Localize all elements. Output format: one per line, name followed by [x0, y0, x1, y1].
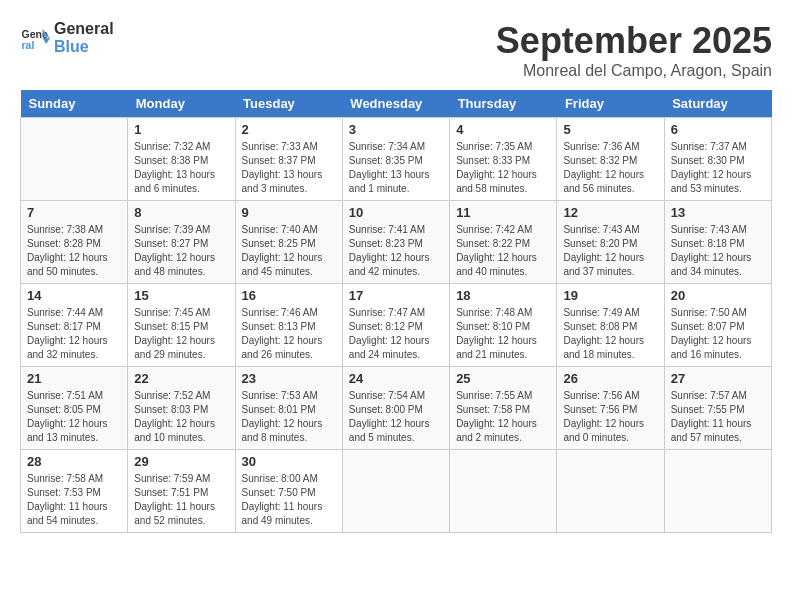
day-cell: 10Sunrise: 7:41 AMSunset: 8:23 PMDayligh… [342, 201, 449, 284]
day-cell: 8Sunrise: 7:39 AMSunset: 8:27 PMDaylight… [128, 201, 235, 284]
day-cell: 20Sunrise: 7:50 AMSunset: 8:07 PMDayligh… [664, 284, 771, 367]
day-cell: 23Sunrise: 7:53 AMSunset: 8:01 PMDayligh… [235, 367, 342, 450]
day-number: 15 [134, 288, 228, 303]
day-header-wednesday: Wednesday [342, 90, 449, 118]
day-info: Sunrise: 7:37 AMSunset: 8:30 PMDaylight:… [671, 140, 765, 196]
day-info: Sunrise: 7:52 AMSunset: 8:03 PMDaylight:… [134, 389, 228, 445]
header: Gene ral General Blue September 2025 Mon… [20, 20, 772, 80]
day-cell: 19Sunrise: 7:49 AMSunset: 8:08 PMDayligh… [557, 284, 664, 367]
day-info: Sunrise: 7:58 AMSunset: 7:53 PMDaylight:… [27, 472, 121, 528]
day-info: Sunrise: 7:42 AMSunset: 8:22 PMDaylight:… [456, 223, 550, 279]
week-row-4: 21Sunrise: 7:51 AMSunset: 8:05 PMDayligh… [21, 367, 772, 450]
day-cell: 1Sunrise: 7:32 AMSunset: 8:38 PMDaylight… [128, 118, 235, 201]
day-cell: 27Sunrise: 7:57 AMSunset: 7:55 PMDayligh… [664, 367, 771, 450]
day-cell: 3Sunrise: 7:34 AMSunset: 8:35 PMDaylight… [342, 118, 449, 201]
day-cell: 13Sunrise: 7:43 AMSunset: 8:18 PMDayligh… [664, 201, 771, 284]
header-row: SundayMondayTuesdayWednesdayThursdayFrid… [21, 90, 772, 118]
day-number: 7 [27, 205, 121, 220]
day-header-monday: Monday [128, 90, 235, 118]
day-cell: 7Sunrise: 7:38 AMSunset: 8:28 PMDaylight… [21, 201, 128, 284]
calendar-table: SundayMondayTuesdayWednesdayThursdayFrid… [20, 90, 772, 533]
week-row-2: 7Sunrise: 7:38 AMSunset: 8:28 PMDaylight… [21, 201, 772, 284]
day-info: Sunrise: 7:56 AMSunset: 7:56 PMDaylight:… [563, 389, 657, 445]
day-header-tuesday: Tuesday [235, 90, 342, 118]
day-number: 13 [671, 205, 765, 220]
day-cell: 24Sunrise: 7:54 AMSunset: 8:00 PMDayligh… [342, 367, 449, 450]
day-number: 3 [349, 122, 443, 137]
day-number: 11 [456, 205, 550, 220]
day-cell: 2Sunrise: 7:33 AMSunset: 8:37 PMDaylight… [235, 118, 342, 201]
week-row-5: 28Sunrise: 7:58 AMSunset: 7:53 PMDayligh… [21, 450, 772, 533]
day-info: Sunrise: 7:32 AMSunset: 8:38 PMDaylight:… [134, 140, 228, 196]
day-info: Sunrise: 7:47 AMSunset: 8:12 PMDaylight:… [349, 306, 443, 362]
day-info: Sunrise: 7:44 AMSunset: 8:17 PMDaylight:… [27, 306, 121, 362]
day-info: Sunrise: 7:54 AMSunset: 8:00 PMDaylight:… [349, 389, 443, 445]
day-cell: 11Sunrise: 7:42 AMSunset: 8:22 PMDayligh… [450, 201, 557, 284]
day-cell: 5Sunrise: 7:36 AMSunset: 8:32 PMDaylight… [557, 118, 664, 201]
day-cell: 26Sunrise: 7:56 AMSunset: 7:56 PMDayligh… [557, 367, 664, 450]
day-info: Sunrise: 7:50 AMSunset: 8:07 PMDaylight:… [671, 306, 765, 362]
day-cell: 4Sunrise: 7:35 AMSunset: 8:33 PMDaylight… [450, 118, 557, 201]
day-number: 9 [242, 205, 336, 220]
day-number: 27 [671, 371, 765, 386]
title-section: September 2025 Monreal del Campo, Aragon… [496, 20, 772, 80]
day-cell [342, 450, 449, 533]
day-cell: 29Sunrise: 7:59 AMSunset: 7:51 PMDayligh… [128, 450, 235, 533]
day-cell: 14Sunrise: 7:44 AMSunset: 8:17 PMDayligh… [21, 284, 128, 367]
day-cell [450, 450, 557, 533]
day-info: Sunrise: 7:59 AMSunset: 7:51 PMDaylight:… [134, 472, 228, 528]
week-row-3: 14Sunrise: 7:44 AMSunset: 8:17 PMDayligh… [21, 284, 772, 367]
day-info: Sunrise: 7:53 AMSunset: 8:01 PMDaylight:… [242, 389, 336, 445]
day-cell: 21Sunrise: 7:51 AMSunset: 8:05 PMDayligh… [21, 367, 128, 450]
day-number: 1 [134, 122, 228, 137]
day-number: 2 [242, 122, 336, 137]
day-number: 19 [563, 288, 657, 303]
day-header-saturday: Saturday [664, 90, 771, 118]
day-number: 29 [134, 454, 228, 469]
day-number: 26 [563, 371, 657, 386]
day-cell: 30Sunrise: 8:00 AMSunset: 7:50 PMDayligh… [235, 450, 342, 533]
day-info: Sunrise: 7:46 AMSunset: 8:13 PMDaylight:… [242, 306, 336, 362]
day-info: Sunrise: 7:36 AMSunset: 8:32 PMDaylight:… [563, 140, 657, 196]
day-number: 14 [27, 288, 121, 303]
day-number: 30 [242, 454, 336, 469]
logo-icon: Gene ral [20, 23, 50, 53]
day-cell: 6Sunrise: 7:37 AMSunset: 8:30 PMDaylight… [664, 118, 771, 201]
day-number: 17 [349, 288, 443, 303]
day-cell [664, 450, 771, 533]
day-cell: 17Sunrise: 7:47 AMSunset: 8:12 PMDayligh… [342, 284, 449, 367]
day-info: Sunrise: 7:40 AMSunset: 8:25 PMDaylight:… [242, 223, 336, 279]
day-info: Sunrise: 7:55 AMSunset: 7:58 PMDaylight:… [456, 389, 550, 445]
day-info: Sunrise: 8:00 AMSunset: 7:50 PMDaylight:… [242, 472, 336, 528]
svg-marker-3 [43, 38, 51, 44]
day-info: Sunrise: 7:38 AMSunset: 8:28 PMDaylight:… [27, 223, 121, 279]
day-number: 22 [134, 371, 228, 386]
calendar-title: September 2025 [496, 20, 772, 62]
svg-text:ral: ral [22, 39, 35, 51]
day-number: 25 [456, 371, 550, 386]
day-number: 23 [242, 371, 336, 386]
day-cell [557, 450, 664, 533]
day-number: 24 [349, 371, 443, 386]
day-cell: 28Sunrise: 7:58 AMSunset: 7:53 PMDayligh… [21, 450, 128, 533]
day-info: Sunrise: 7:35 AMSunset: 8:33 PMDaylight:… [456, 140, 550, 196]
calendar-subtitle: Monreal del Campo, Aragon, Spain [496, 62, 772, 80]
day-cell [21, 118, 128, 201]
day-cell: 12Sunrise: 7:43 AMSunset: 8:20 PMDayligh… [557, 201, 664, 284]
day-number: 18 [456, 288, 550, 303]
day-cell: 25Sunrise: 7:55 AMSunset: 7:58 PMDayligh… [450, 367, 557, 450]
day-number: 20 [671, 288, 765, 303]
day-number: 8 [134, 205, 228, 220]
day-number: 16 [242, 288, 336, 303]
day-cell: 15Sunrise: 7:45 AMSunset: 8:15 PMDayligh… [128, 284, 235, 367]
day-info: Sunrise: 7:43 AMSunset: 8:20 PMDaylight:… [563, 223, 657, 279]
logo: Gene ral General Blue [20, 20, 114, 56]
logo-line2: Blue [54, 38, 114, 56]
day-number: 12 [563, 205, 657, 220]
day-cell: 22Sunrise: 7:52 AMSunset: 8:03 PMDayligh… [128, 367, 235, 450]
day-number: 6 [671, 122, 765, 137]
day-info: Sunrise: 7:39 AMSunset: 8:27 PMDaylight:… [134, 223, 228, 279]
day-info: Sunrise: 7:41 AMSunset: 8:23 PMDaylight:… [349, 223, 443, 279]
week-row-1: 1Sunrise: 7:32 AMSunset: 8:38 PMDaylight… [21, 118, 772, 201]
day-info: Sunrise: 7:33 AMSunset: 8:37 PMDaylight:… [242, 140, 336, 196]
